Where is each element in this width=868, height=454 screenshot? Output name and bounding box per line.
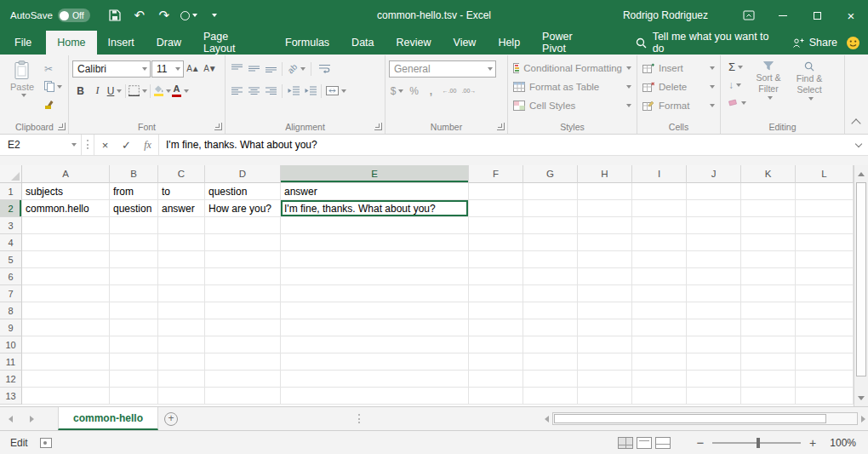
vertical-scrollbar[interactable] — [854, 165, 868, 406]
cell-F6[interactable] — [469, 268, 523, 285]
macro-record-icon[interactable] — [40, 438, 52, 448]
cell-E5[interactable] — [281, 251, 469, 268]
scroll-up-button[interactable] — [854, 167, 868, 181]
wrap-text-button[interactable] — [314, 60, 334, 78]
cell-K8[interactable] — [741, 302, 796, 319]
cell-K1[interactable] — [741, 183, 796, 200]
tab-split-handle[interactable] — [354, 407, 364, 430]
cell-F13[interactable] — [469, 388, 523, 405]
percent-style-button[interactable]: % — [406, 83, 422, 100]
cell-H10[interactable] — [578, 336, 632, 353]
cell-J8[interactable] — [687, 302, 741, 319]
sort-filter-button[interactable]: Sort & Filter — [748, 57, 789, 120]
cell-A4[interactable] — [22, 234, 110, 251]
zoom-slider-handle[interactable] — [757, 438, 760, 448]
number-format-select[interactable]: General — [389, 60, 496, 78]
cell-F11[interactable] — [469, 353, 523, 371]
scroll-left-button[interactable] — [545, 416, 549, 422]
cell-H3[interactable] — [578, 217, 632, 234]
cell-B9[interactable] — [110, 319, 158, 336]
row-header-6[interactable]: 6 — [0, 268, 22, 285]
merge-center-button[interactable] — [324, 83, 348, 100]
cell-L2[interactable] — [796, 200, 854, 217]
sheet-nav-right-button[interactable] — [21, 407, 43, 430]
cell-E10[interactable] — [281, 336, 469, 353]
cell-L4[interactable] — [796, 234, 854, 251]
align-left-button[interactable] — [229, 83, 245, 100]
feedback-button[interactable] — [846, 31, 860, 55]
cell-J5[interactable] — [687, 251, 741, 268]
cell-I4[interactable] — [632, 234, 687, 251]
cell-B6[interactable] — [110, 268, 158, 285]
font-name-select[interactable]: Calibri — [72, 60, 151, 78]
cell-C12[interactable] — [158, 371, 205, 388]
cell-K4[interactable] — [741, 234, 796, 251]
borders-button[interactable] — [128, 83, 147, 100]
format-painter-button[interactable] — [43, 95, 64, 113]
autosave-toggle[interactable]: AutoSave Off — [10, 9, 90, 22]
tab-formulas[interactable]: Formulas — [274, 31, 340, 55]
increase-font-size-button[interactable]: A▲ — [185, 60, 201, 78]
cell-H6[interactable] — [578, 268, 632, 285]
cell-F7[interactable] — [469, 285, 523, 302]
cell-J4[interactable] — [687, 234, 741, 251]
row-header-11[interactable]: 11 — [0, 353, 22, 371]
cell-J11[interactable] — [687, 353, 741, 371]
cell-I3[interactable] — [632, 217, 687, 234]
row-header-9[interactable]: 9 — [0, 319, 22, 336]
cell-I6[interactable] — [632, 268, 687, 285]
cell-E6[interactable] — [281, 268, 469, 285]
cell-E1[interactable]: answer — [281, 183, 469, 200]
cell-F2[interactable] — [469, 200, 523, 217]
increase-decimal-button[interactable]: ←.00 — [440, 83, 459, 100]
align-middle-button[interactable] — [246, 60, 262, 78]
align-center-button[interactable] — [246, 83, 262, 100]
column-header-H[interactable]: H — [578, 165, 632, 183]
cell-B2[interactable]: question — [110, 200, 158, 217]
cell-A11[interactable] — [22, 353, 110, 371]
cell-C7[interactable] — [158, 285, 205, 302]
cell-G2[interactable] — [523, 200, 578, 217]
format-as-table-button[interactable]: Format as Table — [511, 78, 633, 96]
row-header-5[interactable]: 5 — [0, 251, 22, 268]
cell-D10[interactable] — [205, 336, 281, 353]
cell-J12[interactable] — [687, 371, 741, 388]
ribbon-display-options-button[interactable] — [732, 0, 766, 31]
cell-I9[interactable] — [632, 319, 687, 336]
cell-C4[interactable] — [158, 234, 205, 251]
minimize-button[interactable] — [766, 0, 800, 31]
cell-D9[interactable] — [205, 319, 281, 336]
cell-B8[interactable] — [110, 302, 158, 319]
sheet-tab-common-hello[interactable]: common-hello — [58, 407, 158, 430]
cell-C10[interactable] — [158, 336, 205, 353]
tab-page-layout[interactable]: Page Layout — [192, 31, 274, 55]
row-header-13[interactable]: 13 — [0, 388, 22, 405]
cell-I5[interactable] — [632, 251, 687, 268]
undo-button[interactable]: ↶ — [128, 4, 151, 26]
cell-D12[interactable] — [205, 371, 281, 388]
column-header-C[interactable]: C — [158, 165, 205, 183]
cell-E8[interactable] — [281, 302, 469, 319]
tab-help[interactable]: Help — [487, 31, 531, 55]
cell-K2[interactable] — [741, 200, 796, 217]
cell-L9[interactable] — [796, 319, 854, 336]
font-dialog-launcher[interactable] — [214, 123, 222, 130]
cell-G1[interactable] — [523, 183, 578, 200]
increase-indent-button[interactable] — [302, 83, 318, 100]
cell-D3[interactable] — [205, 217, 281, 234]
orientation-button[interactable]: ab — [285, 60, 308, 78]
cell-L10[interactable] — [796, 336, 854, 353]
cell-D2[interactable]: How are you? — [205, 200, 281, 217]
cell-E4[interactable] — [281, 234, 469, 251]
cell-B12[interactable] — [110, 371, 158, 388]
cell-K7[interactable] — [741, 285, 796, 302]
cell-G11[interactable] — [523, 353, 578, 371]
cell-H12[interactable] — [578, 371, 632, 388]
conditional-formatting-button[interactable]: Conditional Formatting — [511, 59, 633, 78]
cell-A2[interactable]: common.hello — [22, 200, 110, 217]
accounting-format-button[interactable]: $ — [389, 83, 405, 100]
cell-L8[interactable] — [796, 302, 854, 319]
tab-review[interactable]: Review — [385, 31, 443, 55]
cancel-button[interactable]: × — [94, 135, 116, 155]
cell-L12[interactable] — [796, 371, 854, 388]
